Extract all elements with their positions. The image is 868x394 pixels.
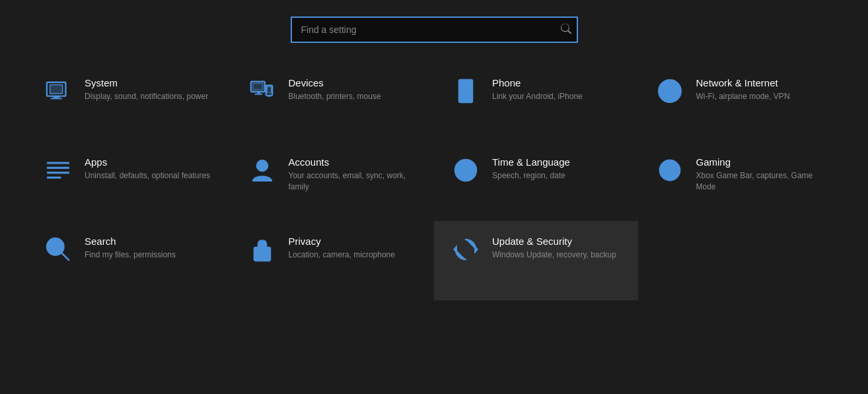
setting-item-search[interactable]: Search Find my files, permissions [26, 221, 231, 300]
setting-title-devices: Devices [289, 77, 381, 88]
search-bar-wrapper [291, 16, 578, 43]
svg-rect-9 [267, 86, 271, 93]
svg-point-27 [257, 160, 268, 171]
setting-desc-devices: Bluetooth, printers, mouse [289, 91, 381, 102]
search-input[interactable] [291, 16, 578, 43]
setting-item-phone[interactable]: Phone Link your Android, iPhone [434, 63, 638, 142]
svg-text:A: A [456, 165, 462, 174]
svg-rect-25 [47, 172, 69, 174]
setting-title-time: Time & Language [492, 156, 570, 168]
phone-icon [450, 79, 482, 104]
setting-text-apps: Apps Uninstall, defaults, optional featu… [85, 156, 210, 181]
setting-title-system: System [85, 77, 208, 88]
setting-title-apps: Apps [85, 156, 210, 168]
setting-desc-privacy: Location, camera, microphone [289, 249, 395, 261]
network-icon [654, 79, 686, 104]
setting-desc-network: Wi-Fi, airplane mode, VPN [696, 91, 790, 102]
setting-desc-phone: Link your Android, iPhone [492, 91, 583, 102]
accounts-icon [246, 158, 278, 183]
setting-text-search: Search Find my files, permissions [85, 236, 176, 261]
apps-icon [42, 158, 74, 183]
setting-text-update: Update & Security Windows Update, recove… [492, 236, 616, 261]
svg-marker-43 [474, 245, 478, 254]
search-icon [42, 237, 74, 262]
svg-point-41 [260, 252, 264, 256]
settings-grid: System Display, sound, notifications, po… [26, 63, 842, 300]
setting-item-update[interactable]: Update & Security Windows Update, recove… [434, 221, 638, 300]
setting-item-network[interactable]: Network & Internet Wi-Fi, airplane mode,… [638, 63, 842, 142]
svg-rect-1 [50, 85, 63, 94]
update-icon [450, 237, 482, 262]
setting-title-network: Network & Internet [696, 77, 790, 88]
setting-item-system[interactable]: System Display, sound, notifications, po… [26, 63, 231, 142]
svg-point-16 [465, 98, 467, 100]
setting-item-privacy[interactable]: Privacy Location, camera, microphone [231, 221, 435, 300]
gaming-icon [654, 158, 686, 183]
svg-rect-4 [51, 98, 62, 99]
setting-text-devices: Devices Bluetooth, printers, mouse [289, 77, 381, 102]
svg-rect-12 [254, 94, 262, 95]
svg-line-39 [61, 253, 69, 261]
setting-title-update: Update & Security [492, 236, 616, 247]
setting-title-search: Search [85, 236, 176, 247]
setting-text-time: Time & Language Speech, region, date [492, 156, 570, 181]
system-icon [42, 79, 74, 104]
svg-marker-44 [453, 245, 457, 254]
setting-desc-gaming: Xbox Game Bar, captures, Game Mode [696, 170, 826, 193]
setting-desc-update: Windows Update, recovery, backup [492, 249, 616, 261]
svg-rect-6 [252, 84, 262, 90]
setting-item-time[interactable]: A あ Time & Language Speech, region, date [434, 142, 638, 221]
setting-item-gaming[interactable]: Gaming Xbox Game Bar, captures, Game Mod… [638, 142, 842, 221]
privacy-icon [246, 237, 278, 262]
setting-text-accounts: Accounts Your accounts, email, sync, wor… [289, 156, 419, 193]
setting-text-gaming: Gaming Xbox Game Bar, captures, Game Mod… [696, 156, 826, 193]
svg-point-38 [47, 238, 63, 255]
svg-rect-3 [53, 96, 59, 98]
svg-rect-26 [47, 177, 61, 179]
devices-icon [246, 79, 278, 104]
setting-item-accounts[interactable]: Accounts Your accounts, email, sync, wor… [231, 142, 435, 221]
svg-rect-11 [257, 92, 260, 94]
search-icon [561, 24, 571, 36]
setting-title-gaming: Gaming [696, 156, 826, 168]
setting-item-apps[interactable]: Apps Uninstall, defaults, optional featu… [26, 142, 231, 221]
setting-desc-accounts: Your accounts, email, sync, work, family [289, 170, 419, 193]
setting-desc-system: Display, sound, notifications, power [85, 91, 208, 102]
setting-text-network: Network & Internet Wi-Fi, airplane mode,… [696, 77, 790, 102]
svg-rect-24 [47, 167, 69, 169]
setting-text-privacy: Privacy Location, camera, microphone [289, 236, 395, 261]
setting-title-phone: Phone [492, 77, 583, 88]
setting-text-system: System Display, sound, notifications, po… [85, 77, 208, 102]
setting-desc-search: Find my files, permissions [85, 249, 176, 261]
setting-item-devices[interactable]: Devices Bluetooth, printers, mouse [231, 63, 435, 142]
svg-point-33 [663, 164, 676, 177]
setting-desc-apps: Uninstall, defaults, optional features [85, 170, 210, 181]
setting-title-accounts: Accounts [289, 156, 419, 168]
settings-home: System Display, sound, notifications, po… [0, 0, 868, 394]
setting-text-phone: Phone Link your Android, iPhone [492, 77, 583, 102]
setting-title-privacy: Privacy [289, 236, 395, 247]
setting-desc-time: Speech, region, date [492, 170, 570, 181]
time-icon: A あ [450, 158, 482, 183]
svg-rect-23 [47, 162, 69, 164]
svg-text:あ: あ [467, 166, 474, 174]
